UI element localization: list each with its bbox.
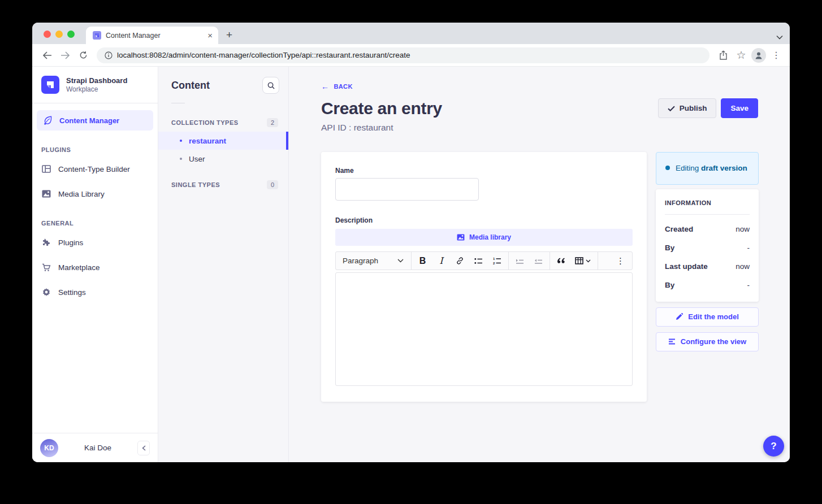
workspace-subtitle: Workplace <box>66 85 127 93</box>
save-button[interactable]: Save <box>721 98 758 118</box>
sidebar-item-label: Settings <box>58 288 86 297</box>
pencil-icon <box>676 313 683 320</box>
sidebar-item-settings[interactable]: Settings <box>41 280 149 305</box>
info-row-created-by: By - <box>665 244 750 252</box>
information-card: INFORMATION Created now By - Last update <box>656 189 759 302</box>
zoom-window-button[interactable] <box>67 31 75 38</box>
sidebar-item-media-library[interactable]: Media Library <box>41 181 149 206</box>
info-row-last-update: Last update now <box>665 262 750 271</box>
sidebar-item-content-type-builder[interactable]: Content-Type Builder <box>41 157 149 181</box>
collection-types-count-badge: 2 <box>267 118 278 127</box>
media-library-button[interactable]: Media library <box>335 229 633 246</box>
share-icon[interactable] <box>715 47 731 63</box>
sidebar-section-plugins: PLUGINS <box>41 146 149 153</box>
workspace-brand[interactable]: Strapi Dashboard Workplace <box>32 67 158 103</box>
content-subnav: Content COLLECTION TYPES 2 restaurant Us… <box>158 67 289 462</box>
subnav-item-user[interactable]: User <box>158 150 288 168</box>
page-title: Create an entry <box>321 99 442 118</box>
user-name[interactable]: Kai Doe <box>58 444 137 452</box>
api-id-subtitle: API ID : restaurant <box>321 123 758 133</box>
browser-tab[interactable]: Content Manager × <box>86 27 218 44</box>
divider <box>171 103 185 103</box>
table-button[interactable] <box>570 253 595 268</box>
draft-status-text: Editing draft version <box>676 163 747 174</box>
close-window-button[interactable] <box>44 31 51 38</box>
back-icon[interactable] <box>39 47 55 63</box>
back-link[interactable]: ← BACK <box>321 82 353 91</box>
sidebar-item-plugins[interactable]: Plugins <box>41 230 149 255</box>
bullet-icon <box>180 140 182 142</box>
layout-grid-icon <box>41 165 51 173</box>
tab-search-chevron-icon[interactable] <box>776 35 783 40</box>
browser-profile-avatar[interactable] <box>751 48 766 63</box>
indent-button[interactable] <box>510 253 529 268</box>
blockquote-button[interactable] <box>552 253 570 268</box>
outdent-button[interactable] <box>529 253 548 268</box>
bookmark-star-icon[interactable]: ☆ <box>733 47 749 63</box>
italic-button[interactable]: I <box>432 253 451 268</box>
forward-icon[interactable] <box>57 47 73 63</box>
publish-button[interactable]: Publish <box>658 98 717 118</box>
info-row-created: Created now <box>665 225 750 233</box>
back-arrow-icon: ← <box>321 82 329 91</box>
browser-window: Content Manager × + localhost:8082/admin… <box>32 23 790 462</box>
strapi-logo-icon <box>41 76 59 94</box>
configure-view-button[interactable]: Configure the view <box>656 332 759 351</box>
sidebar-item-content-manager[interactable]: Content Manager <box>37 110 153 131</box>
address-bar[interactable]: localhost:8082/admin/content-manager/col… <box>97 47 709 63</box>
draft-dot-icon <box>665 166 670 170</box>
image-icon <box>41 190 51 198</box>
tab-close-icon[interactable]: × <box>207 31 213 40</box>
link-button[interactable] <box>451 253 469 268</box>
window-controls[interactable] <box>44 31 75 38</box>
check-icon <box>668 106 675 111</box>
browser-menu-kebab-icon[interactable]: ⋮ <box>768 47 784 63</box>
rich-text-editor-area[interactable] <box>335 272 633 386</box>
content-manager-pen-icon <box>44 116 53 125</box>
information-title: INFORMATION <box>665 199 750 206</box>
browser-toolbar: localhost:8082/admin/content-manager/col… <box>32 44 790 67</box>
strapi-favicon-icon <box>93 31 101 40</box>
name-field-label: Name <box>335 167 633 175</box>
toolbar-more-kebab-icon[interactable]: ⋮ <box>611 253 630 268</box>
description-field-label: Description <box>335 216 633 224</box>
sidebar-section-general: GENERAL <box>41 220 149 227</box>
search-button[interactable] <box>262 77 279 94</box>
sidebar-item-label: Media Library <box>58 190 105 198</box>
media-library-image-icon <box>457 234 465 241</box>
bulleted-list-button[interactable] <box>469 253 488 268</box>
workspace-title: Strapi Dashboard <box>66 76 127 85</box>
svg-text:2: 2 <box>493 262 495 264</box>
single-types-count-badge: 0 <box>267 180 278 189</box>
collection-types-heading: COLLECTION TYPES <box>171 119 239 126</box>
main-content: ← BACK Create an entry Publish Save API … <box>289 67 790 462</box>
subnav-title: Content <box>171 80 210 92</box>
chevron-down-icon <box>397 259 404 263</box>
reload-icon[interactable] <box>75 47 91 63</box>
numbered-list-button[interactable]: 12 <box>488 253 507 268</box>
site-info-icon[interactable] <box>105 51 113 59</box>
paragraph-style-dropdown[interactable]: Paragraph <box>338 252 409 270</box>
bullet-icon <box>180 158 182 160</box>
subnav-item-restaurant[interactable]: restaurant <box>158 132 288 150</box>
main-sidebar: Strapi Dashboard Workplace Content Manag… <box>32 67 158 462</box>
sidebar-item-label: Plugins <box>58 238 83 247</box>
svg-text:1: 1 <box>493 257 495 260</box>
minimize-window-button[interactable] <box>55 31 63 38</box>
sidebar-item-label: Content-Type Builder <box>58 165 130 173</box>
divider <box>665 214 750 215</box>
subnav-item-label: restaurant <box>189 137 226 145</box>
user-avatar[interactable]: KD <box>40 439 58 457</box>
bold-button[interactable]: B <box>413 253 432 268</box>
name-input[interactable] <box>335 178 479 201</box>
info-row-updated-by: By - <box>665 281 750 289</box>
sidebar-item-marketplace[interactable]: Marketplace <box>41 255 149 280</box>
draft-status-box: Editing draft version <box>656 152 759 185</box>
collapse-sidebar-button[interactable] <box>137 441 150 455</box>
new-tab-button[interactable]: + <box>226 29 232 41</box>
edit-model-button[interactable]: Edit the model <box>656 307 759 327</box>
help-button[interactable]: ? <box>763 436 784 457</box>
single-types-heading: SINGLE TYPES <box>171 181 220 188</box>
url-text: localhost:8082/admin/content-manager/col… <box>117 51 410 59</box>
list-settings-icon <box>668 338 676 345</box>
